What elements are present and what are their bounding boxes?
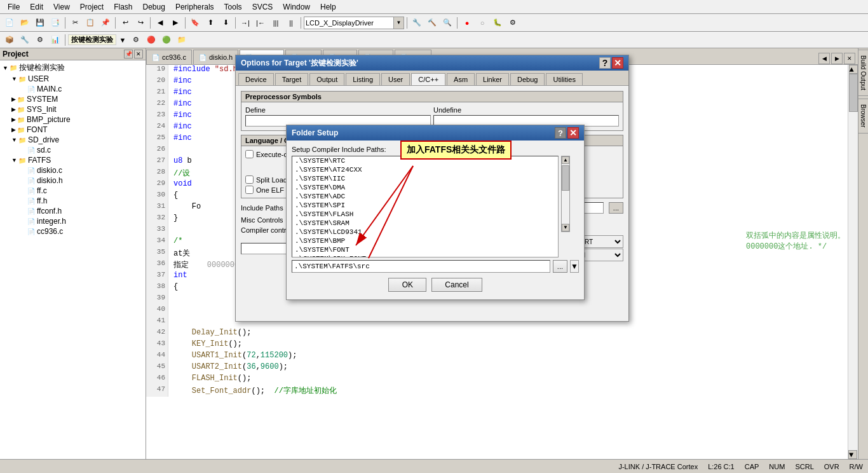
expand-sd[interactable]: ▼ — [11, 137, 17, 143]
proj-combo-arrow[interactable]: ▼ — [118, 33, 128, 47]
menu-peripherals[interactable]: Peripherals — [170, 1, 219, 13]
folder-scroll-down[interactable]: ▼ — [562, 224, 569, 231]
folder-dialog[interactable]: Folder Setup ? ✕ Setup Compiler Include … — [286, 125, 585, 300]
project-close-btn[interactable]: ✕ — [134, 50, 143, 58]
split-checkbox[interactable] — [245, 175, 254, 184]
expand-fatfs[interactable]: ▼ — [11, 157, 17, 163]
path-rtc[interactable]: .\SYSTEM\RTC — [292, 156, 558, 165]
menu-file[interactable]: File — [3, 1, 25, 13]
right-tab-browser[interactable]: Browser — [858, 99, 868, 134]
target-combo-arrow[interactable]: ▼ — [393, 17, 403, 29]
open-btn[interactable]: 📂 — [18, 16, 32, 30]
run-btn[interactable]: ● — [460, 16, 474, 30]
right-tab-build[interactable]: Build Output — [858, 50, 868, 96]
col2-btn[interactable]: || — [284, 16, 298, 30]
tree-system[interactable]: ▶ 📁 SYSTEM — [1, 94, 144, 104]
path-spi[interactable]: .\SYSTEM\SPI — [292, 201, 558, 210]
folder-ok-btn[interactable]: OK — [388, 278, 426, 292]
menu-help[interactable]: Help — [315, 1, 341, 13]
one-elf-checkbox[interactable] — [245, 186, 254, 194]
path-iic[interactable]: .\SYSTEM\IIC — [292, 174, 558, 183]
project-pin-btn[interactable]: 📌 — [124, 50, 133, 58]
folder-close-btn[interactable]: ✕ — [567, 127, 579, 139]
tree-sd-c[interactable]: ▶ 📄 sd.c — [1, 145, 144, 155]
menu-flash[interactable]: Flash — [109, 1, 137, 13]
fwd-btn[interactable]: ▶ — [168, 16, 182, 30]
tab-output[interactable]: Output — [309, 73, 344, 85]
redo-btn[interactable]: ↪ — [133, 16, 147, 30]
bookmark-btn[interactable]: 🔖 — [188, 16, 202, 30]
folder-scrollbar[interactable]: ▲ ▼ — [561, 156, 570, 232]
scroll-up[interactable]: ▲ — [849, 65, 858, 74]
tree-ff-h[interactable]: ▶ 📄 ff.h — [1, 196, 144, 206]
folder-scroll-thumb[interactable] — [562, 165, 569, 191]
tab-utilities[interactable]: Utilities — [546, 73, 582, 85]
next-bookmark-btn[interactable]: ⬇ — [219, 16, 233, 30]
folder-cancel-btn[interactable]: Cancel — [431, 278, 482, 292]
exec-checkbox[interactable] — [245, 150, 254, 158]
tab-target[interactable]: Target — [275, 73, 309, 85]
tree-ffconf-h[interactable]: ▶ 📄 ffconf.h — [1, 206, 144, 216]
menu-window[interactable]: Window — [278, 1, 315, 13]
tree-sys-init[interactable]: ▶ 📁 SYS_Init — [1, 104, 144, 114]
indent-btn[interactable]: →| — [238, 16, 252, 30]
tree-diskio-c[interactable]: ▶ 📄 diskio.c — [1, 165, 144, 175]
path-flash[interactable]: .\SYSTEM\FLASH — [292, 210, 558, 219]
paste-btn[interactable]: 📌 — [98, 16, 112, 30]
proj-settings-btn[interactable]: ⚙ — [129, 33, 143, 47]
col-btn[interactable]: ||| — [269, 16, 283, 30]
t2-btn3[interactable]: ⚙ — [33, 33, 47, 47]
proj-folder-btn[interactable]: 📁 — [175, 33, 189, 47]
tab-close-btn[interactable]: ✕ — [844, 53, 855, 64]
tab-asm[interactable]: Asm — [447, 73, 475, 85]
path-bmp[interactable]: .\SYSTEM\BMP — [292, 236, 558, 245]
folder-input-arrow[interactable]: ▼ — [570, 260, 579, 273]
path-font[interactable]: .\SYSTEM\FONT — [292, 245, 558, 254]
tab-device[interactable]: Device — [238, 73, 274, 85]
expand-bmp[interactable]: ▶ — [11, 116, 16, 123]
folder-path-list[interactable]: .\SYSTEM\RTC .\SYSTEM\AT24CXX .\SYSTEM\I… — [292, 156, 559, 257]
path-sram[interactable]: .\SYSTEM\SRAM — [292, 219, 558, 228]
expand-user[interactable]: ▼ — [11, 76, 17, 82]
prev-bookmark-btn[interactable]: ⬆ — [203, 16, 217, 30]
cut-btn[interactable]: ✂ — [68, 16, 82, 30]
target-combo-box[interactable]: LCD_X_DisplayDriver ▼ — [304, 17, 404, 29]
menu-project[interactable]: Project — [75, 1, 109, 13]
folder-path-input[interactable] — [292, 260, 550, 273]
tree-root[interactable]: ▼ 📁 按键检测实验 — [1, 62, 144, 74]
stop-btn[interactable]: ○ — [475, 16, 489, 30]
tab-diskio[interactable]: 📄 diskio.h — [193, 50, 238, 64]
options-close-btn[interactable]: ✕ — [612, 57, 623, 69]
tree-fatfs[interactable]: ▼ 📁 FATFS — [1, 155, 144, 165]
target-input[interactable]: LCD_X_DisplayDriver — [304, 17, 393, 29]
debug2-btn[interactable]: 🐛 — [491, 16, 505, 30]
scroll-down[interactable]: ▼ — [848, 450, 857, 459]
save-all-btn[interactable]: 📑 — [48, 16, 62, 30]
folder-help-btn[interactable]: ? — [555, 127, 566, 139]
target-options-btn[interactable]: 🔧 — [410, 16, 424, 30]
expand-system[interactable]: ▶ — [11, 96, 16, 102]
path-dma[interactable]: .\SYSTEM\DMA — [292, 183, 558, 192]
folder-browse-btn[interactable]: ... — [553, 260, 567, 273]
new-btn[interactable]: 📄 — [3, 16, 17, 30]
vscrollbar[interactable]: ▲ ▼ — [848, 65, 858, 459]
folder-scroll-up[interactable]: ▲ — [562, 156, 569, 164]
expand-font[interactable]: ▶ — [11, 127, 16, 133]
tree-bmp[interactable]: ▶ 📁 BMP_picture — [1, 114, 144, 125]
tree-cc936-c[interactable]: ▶ 📄 cc936.c — [1, 226, 144, 236]
path-adc[interactable]: .\SYSTEM\ADC — [292, 192, 558, 201]
proj-add-btn[interactable]: 🔴 — [144, 33, 158, 47]
tab-cc936[interactable]: 📄 cc936.c — [146, 50, 192, 64]
menu-debug[interactable]: Debug — [138, 1, 170, 13]
proj-remove-btn[interactable]: 🟢 — [159, 33, 173, 47]
tab-nav-left[interactable]: ◀ — [818, 53, 830, 64]
menu-edit[interactable]: Edit — [25, 1, 48, 13]
tree-ff-c[interactable]: ▶ 📄 ff.c — [1, 186, 144, 196]
search-btn[interactable]: 🔍 — [440, 16, 454, 30]
tree-main-c[interactable]: ▶ 📄 MAIN.c — [1, 84, 144, 94]
menu-svcs[interactable]: SVCS — [247, 1, 278, 13]
tree-font[interactable]: ▶ 📁 FONT — [1, 125, 144, 135]
scroll-thumb[interactable] — [849, 74, 858, 112]
tab-debug[interactable]: Debug — [510, 73, 545, 85]
menu-tools[interactable]: Tools — [219, 1, 247, 13]
